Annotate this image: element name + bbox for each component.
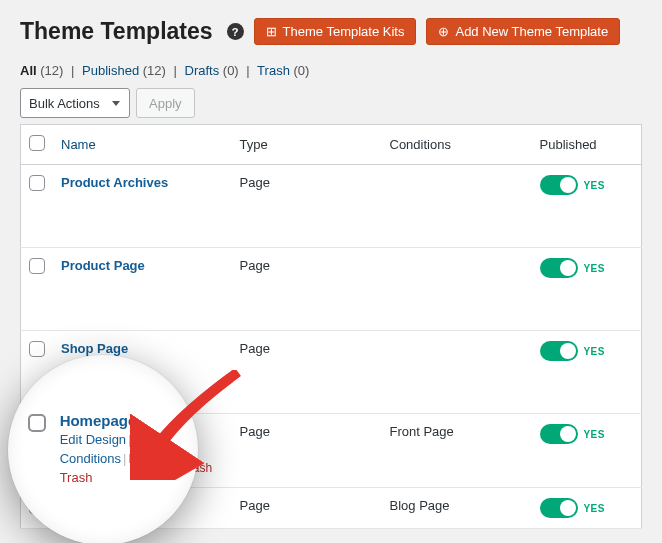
col-published: Published [532, 125, 642, 165]
published-toggle[interactable] [540, 498, 578, 518]
table-row: Product Page Page YES [21, 248, 642, 331]
add-button-label: Add New Theme Template [455, 24, 608, 39]
toggle-label: YES [584, 263, 605, 274]
row-conditions [382, 248, 532, 331]
bulk-actions-select[interactable]: Bulk Actions [20, 88, 130, 118]
filter-all-count: (12) [40, 63, 63, 78]
row-checkbox[interactable] [29, 341, 45, 357]
row-type: Page [232, 331, 382, 414]
filter-published-count: (12) [143, 63, 166, 78]
filter-drafts-count: (0) [223, 63, 239, 78]
row-conditions: Blog Page [382, 488, 532, 529]
toggle-label: YES [584, 503, 605, 514]
published-toggle[interactable] [540, 258, 578, 278]
theme-template-kits-button[interactable]: ⊞ Theme Template Kits [254, 18, 417, 45]
published-toggle[interactable] [540, 341, 578, 361]
row-conditions: Front Page [382, 414, 532, 488]
row-type: Page [232, 488, 382, 529]
row-type: Page [232, 165, 382, 248]
row-conditions [382, 331, 532, 414]
row-checkbox[interactable] [29, 258, 45, 274]
help-icon[interactable]: ? [227, 23, 244, 40]
add-new-theme-template-button[interactable]: ⊕ Add New Theme Template [426, 18, 620, 45]
grid-icon: ⊞ [266, 25, 277, 38]
row-type: Page [232, 414, 382, 488]
lens-title: Homepage [60, 412, 137, 429]
filter-all[interactable]: All [20, 63, 37, 78]
bulk-select-label: Bulk Actions [29, 96, 100, 111]
lens-checkbox [28, 414, 46, 432]
toggle-label: YES [584, 346, 605, 357]
kits-button-label: Theme Template Kits [283, 24, 405, 39]
filter-trash[interactable]: Trash [257, 63, 290, 78]
row-type: Page [232, 248, 382, 331]
row-title-link[interactable]: Product Archives [61, 175, 168, 190]
filter-published[interactable]: Published [82, 63, 139, 78]
row-title-link[interactable]: Product Page [61, 258, 145, 273]
magnifier-lens: Homepage Edit Design|Edit Conditions|Dup… [8, 355, 198, 543]
select-all-checkbox[interactable] [29, 135, 45, 151]
row-conditions [382, 165, 532, 248]
col-conditions: Conditions [382, 125, 532, 165]
published-toggle[interactable] [540, 175, 578, 195]
row-title-link[interactable]: Shop Page [61, 341, 128, 356]
plus-circle-icon: ⊕ [438, 25, 449, 38]
toggle-label: YES [584, 429, 605, 440]
status-filters: All (12) | Published (12) | Drafts (0) |… [20, 63, 642, 78]
apply-button[interactable]: Apply [136, 88, 195, 118]
col-name[interactable]: Name [61, 137, 96, 152]
lens-actions: Edit Design|Edit Conditions|Duplica Tras… [60, 431, 170, 488]
toggle-label: YES [584, 180, 605, 191]
filter-drafts[interactable]: Drafts [185, 63, 220, 78]
published-toggle[interactable] [540, 424, 578, 444]
row-checkbox[interactable] [29, 175, 45, 191]
page-title: Theme Templates [20, 18, 213, 45]
filter-trash-count: (0) [293, 63, 309, 78]
col-type: Type [232, 125, 382, 165]
table-row: Product Archives Page YES [21, 165, 642, 248]
